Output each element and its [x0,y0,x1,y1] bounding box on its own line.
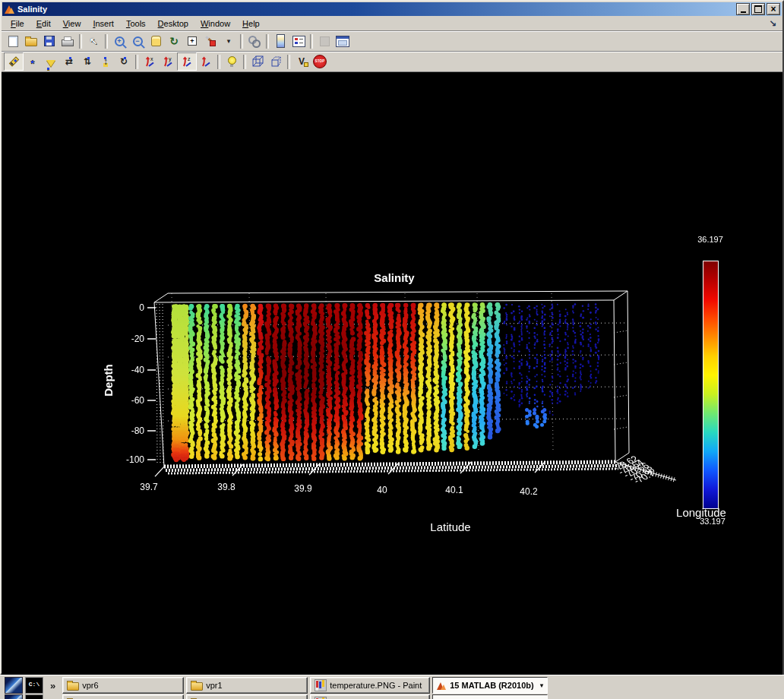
edit-plot-button[interactable]: ↖ [84,33,103,49]
print-figure-button[interactable] [58,33,77,49]
open-file-button[interactable] [22,33,40,49]
pan-tilt-camera-button[interactable] [42,53,60,70]
colorbar [703,261,719,509]
save-figure-icon [44,36,55,46]
z-axis-label: Longitude [659,506,743,519]
close-button[interactable]: × [767,3,780,15]
menu-tools[interactable]: Tools [120,17,152,30]
orbit-camera-button[interactable] [4,52,24,71]
figure-area: Salinity Depth Latitude 36.197 33.197 Lo… [2,72,782,675]
zoom-in-icon: + [115,36,125,46]
perspective-projection-button[interactable] [267,53,285,70]
principal-axis-x-icon: x [144,55,156,68]
zoom-in-button[interactable]: + [110,33,128,49]
principal-axis-z-button[interactable]: z [177,52,197,71]
toolbar-separator [266,34,269,49]
print-figure-icon [62,40,74,46]
orthographic-projection-icon [251,55,264,68]
x-tick-40: 40 [364,485,400,495]
menu-help[interactable]: Help [236,17,266,30]
zoom-camera-button[interactable]: ↕ [96,53,115,70]
orbit-scene-light-button[interactable]: * [24,53,42,70]
minimize-button[interactable] [736,3,750,15]
principal-axis-x-button[interactable]: x [141,53,159,70]
folder-icon [67,682,79,691]
data-cursor-button[interactable]: + [183,33,201,49]
link-plot-icon [248,36,257,44]
colorbar-max-label: 36.197 [685,235,735,244]
maximize-icon [754,5,762,13]
x-tick-39.8: 39.8 [208,482,245,492]
insert-legend-button[interactable] [289,33,308,49]
orthographic-projection-button[interactable] [248,53,267,70]
toolbar-separator [243,55,246,69]
taskbar-button-vpr6[interactable]: vpr6 [62,694,184,699]
x-tick-39.9: 39.9 [285,483,321,494]
new-figure-button[interactable] [4,33,22,49]
toolbar-separator [135,55,138,69]
quick-launch-command-prompt[interactable]: C:\ [25,694,43,699]
taskbar-button-15-matlab-r2010b-[interactable]: 15 MATLAB (R2010b)▾ [432,694,548,699]
principal-axis-y-button[interactable]: y [159,53,177,70]
toggle-scene-light-button[interactable] [223,53,241,70]
taskbar-button-vpr1[interactable]: vpr1 [186,694,308,699]
menu-file[interactable]: File [5,17,30,30]
toolbar-separator [287,55,290,69]
taskbar-button-15-matlab-r2010b-[interactable]: 15 MATLAB (R2010b)▾ [432,677,548,694]
x-tick-39.7: 39.7 [131,482,167,492]
y-tick--100: -100 [114,454,144,465]
brush-dropdown-button[interactable]: ▾ [220,33,238,49]
menu-insert[interactable]: Insert [87,17,120,30]
taskbar-button-temperature-png-paint[interactable]: temperature.PNG - Paint [310,677,430,694]
roll-camera-button[interactable]: ↻ [115,53,133,70]
matlab-figure-window: Salinity × FileEditViewInsertToolsDeskto… [0,0,784,675]
folder-icon [191,682,203,691]
principal-axis-z-icon: z [181,55,193,68]
perspective-projection-icon [270,55,283,68]
brush-dropdown-icon: ▾ [227,37,231,45]
y-tick--20: -20 [114,334,144,344]
brush-data-button[interactable] [201,33,220,49]
svg-text:x: x [150,56,153,62]
taskbar-row-1: C:\»vpr6vpr1temperature.PNG - Paint15 MA… [0,677,784,694]
taskbar-button-snow-png-paint[interactable]: snow.PNG - Paint [310,694,430,699]
orbit-scene-light-icon: * [30,60,35,68]
show-plot-tools-dock-figure-button[interactable] [334,33,352,49]
menu-edit[interactable]: Edit [30,17,57,30]
quick-launch-app[interactable] [5,694,23,699]
move-camera-forward-backward-button[interactable]: ⇅ [78,53,96,70]
save-figure-button[interactable] [40,33,58,49]
menu-view[interactable]: View [57,17,87,30]
stop-camera-motion-button[interactable]: STOP [311,53,329,70]
zoom-out-button[interactable]: − [128,33,147,49]
matlab-icon [437,681,447,691]
quick-launch-command-prompt[interactable]: C:\ [25,677,43,694]
rotate-3d-button[interactable]: ↻ [165,33,183,49]
taskbar-button-label: temperature.PNG - Paint [330,681,425,690]
dock-figure-arrow-icon[interactable]: ↘ [769,18,776,29]
titlebar[interactable]: Salinity × [2,2,782,16]
no-principal-axis-button[interactable] [197,53,215,70]
menu-window[interactable]: Window [194,17,236,30]
taskbar-button-vpr6[interactable]: vpr6 [62,677,184,694]
taskbar-overflow-chevron[interactable]: » [50,680,55,691]
stop-camera-motion-icon: STOP [313,55,327,68]
plot-title: Salinity [334,271,455,284]
svg-text:z: z [188,56,191,62]
orbit-camera-icon [8,56,18,66]
pan-button[interactable] [147,33,165,49]
quick-launch-app[interactable] [5,677,23,694]
insert-colorbar-button[interactable] [271,33,289,49]
insert-legend-icon [292,36,305,47]
reset-camera-and-scene-light-button[interactable]: V [292,53,311,70]
toggle-scene-light-icon [228,56,236,65]
menu-desktop[interactable]: Desktop [152,17,194,30]
toolbar-separator [310,34,313,49]
show-plot-tools-dock-figure-icon [336,36,349,47]
maximize-button[interactable] [751,3,765,15]
taskbar-button-vpr1[interactable]: vpr1 [186,677,308,694]
move-camera-horizontally-vertically-button[interactable]: ⇄ [60,53,78,70]
reset-camera-and-scene-light-icon: V [299,56,305,67]
pan-icon [151,36,161,46]
link-plot-button[interactable] [245,33,264,49]
